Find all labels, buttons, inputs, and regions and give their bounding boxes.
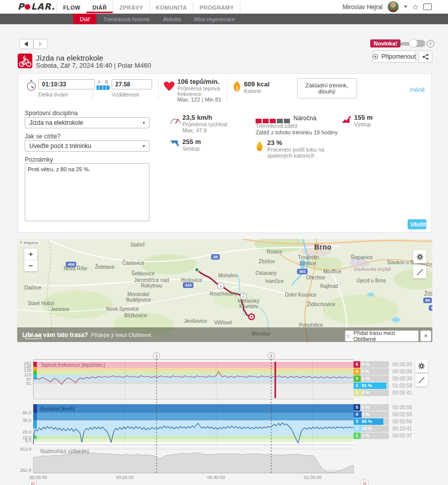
speed-zone-row: 2 15 % 00:10:41 — [354, 425, 412, 432]
subnav-mira-regenerace[interactable]: Míra regenerace — [187, 14, 241, 24]
chart-expand-button[interactable] — [415, 374, 428, 386]
subnav-treninkova-historie[interactable]: Tréninková historie — [96, 14, 157, 24]
sport-select-value: Jízda na elektrokole — [29, 119, 83, 126]
town-label: Rouchovany — [210, 291, 238, 297]
nav-flow[interactable]: FLOW — [57, 1, 86, 13]
descent-icon — [170, 139, 180, 148]
feedback-icon[interactable] — [423, 4, 432, 10]
range-slider-left-handle[interactable] — [29, 479, 37, 485]
feeling-select-value: Uveďte pocit z tréninku — [29, 142, 91, 150]
zone-bar: 4 % — [360, 411, 389, 418]
remind-button[interactable]: Připomenout — [372, 51, 416, 63]
zone-bar: 91 % — [360, 382, 389, 389]
feeling-select[interactable]: Uveďte pocit z tréninku ▾ — [25, 140, 150, 152]
svg-text:1: 1 — [220, 284, 222, 288]
town-label: Moravský Krumlov — [232, 298, 265, 309]
fat-label-2: spálených kaloriích — [267, 153, 315, 159]
prev-day-button[interactable] — [19, 39, 33, 49]
notes-textarea[interactable]: Proti větru, z 80 na 25 %. — [25, 163, 150, 221]
user-name[interactable]: Miroslav Hejral — [342, 4, 382, 11]
ebike-sport-icon — [18, 54, 32, 68]
xtick: 00:20:00 — [116, 475, 133, 480]
top-bar: PLAR. FLOW DIÁŘ ZPRÁVY KOMUNITA PROGRAMY… — [0, 0, 448, 14]
star-icon[interactable]: ☆ — [412, 3, 419, 12]
play-circle-icon — [373, 53, 378, 60]
beta-toggle[interactable] — [410, 40, 425, 47]
map-terrain — [42, 239, 432, 337]
ascent-value: 155 m — [354, 114, 373, 121]
time-axis: 00:00:00 00:20:00 00:40:00 01:00:00 — [29, 475, 322, 480]
training-benefit-box[interactable]: Základní trénink, dlouhý — [297, 78, 357, 99]
chevron-down-icon[interactable] — [404, 6, 408, 8]
town-label: Šlapanice — [351, 255, 373, 260]
town-label: Zbýšov — [259, 259, 275, 264]
altitude-chart: 413.9 252.8 Nadmořská výška [m] — [20, 447, 354, 473]
map-scale: 10 km — [25, 334, 41, 339]
zone-number: 4 — [354, 411, 360, 418]
info-icon[interactable]: i — [427, 40, 434, 47]
town-label: Staré Hobzí — [28, 301, 55, 306]
nav-zpravy[interactable]: ZPRÁVY — [113, 1, 149, 13]
speed-zone-row: 4 4 % 00:02:59 — [354, 411, 412, 418]
fat-burn-icon — [256, 140, 264, 152]
nav-komunita[interactable]: KOMUNITA — [150, 1, 193, 13]
zone-bar: 1 % — [360, 375, 389, 382]
chevron-down-icon: ▾ — [142, 120, 145, 125]
zoom-in-button[interactable]: + — [24, 249, 37, 260]
town-label: Troubsko — [298, 255, 319, 260]
nav-diar[interactable]: DIÁŘ — [86, 1, 113, 13]
zone-number: 2 — [354, 382, 360, 389]
speed-ytick: 20.0 — [22, 429, 31, 434]
novinka-badge: Novinka! — [370, 39, 401, 47]
duration-input[interactable] — [38, 79, 95, 89]
hr-zone-row: 4 0 % 00:00:00 — [354, 368, 412, 375]
stopwatch-icon — [26, 79, 37, 91]
zone-bar: 15 % — [360, 425, 389, 432]
xtick: 01:00:00 — [304, 475, 321, 480]
hr-minmax: Max, 122 | Min 81 — [177, 96, 221, 103]
road-badge: 54 — [429, 305, 432, 311]
town-label: Rajhrad — [320, 283, 338, 289]
user-box: Miroslav Hejral ☆ — [342, 0, 432, 14]
map-settings-button[interactable] — [413, 250, 426, 263]
route-map[interactable]: 1 2 © Mapbox Telč Stařeč Čáslavice Nová … — [17, 239, 432, 342]
road-badge: 406 — [66, 262, 76, 267]
close-icon[interactable]: × — [420, 330, 431, 342]
zone-time: 00:02:59 — [392, 412, 412, 417]
map-lap-marker-1: 1 — [218, 283, 224, 289]
calories-value: 609 kcal — [244, 80, 270, 88]
heart-icon — [164, 81, 175, 91]
ebike-glyph — [18, 54, 32, 68]
speed-ytick: 50.0 — [22, 410, 31, 415]
gear-icon — [416, 253, 424, 261]
town-label-brno: Brno — [314, 243, 332, 251]
share-button[interactable] — [418, 51, 432, 63]
road-badge: 38 — [211, 254, 220, 260]
zone-number: 1 — [354, 390, 360, 396]
polar-logo[interactable]: PLAR. — [18, 2, 55, 12]
distance-input[interactable] — [112, 79, 152, 89]
fat-percent-value: 23 % — [267, 139, 282, 147]
hr-artifact-spike — [275, 362, 276, 398]
zoom-out-button[interactable]: − — [24, 260, 37, 271]
logo-text-p: P — [18, 2, 24, 12]
next-day-button-disabled[interactable] — [33, 39, 47, 49]
map-expand-button[interactable] — [413, 265, 426, 278]
town-label: Jevišovice — [184, 318, 207, 324]
less-link[interactable]: méně — [410, 86, 425, 93]
xtick: 00:00:00 — [29, 475, 47, 480]
town-label: Ivančice — [265, 278, 284, 284]
subnav-aktivita[interactable]: Aktivita — [157, 14, 187, 24]
subnav-diar[interactable]: Diář — [73, 14, 96, 24]
save-button[interactable]: Uložit — [408, 219, 426, 229]
range-slider-right-handle[interactable] — [361, 479, 369, 485]
nav-programy[interactable]: PROGRAMY — [193, 1, 240, 13]
altitude-ymin: 252.8 — [20, 468, 31, 473]
avatar[interactable] — [387, 1, 399, 13]
hr-zone-row: 5 0 % 00:00:00 — [354, 361, 412, 368]
add-favorite-route-button[interactable]: ☆ Přidat trasu mezi Oblíbené — [345, 330, 419, 342]
chart-settings-button[interactable] — [415, 360, 428, 372]
zone-time: 00:10:41 — [392, 426, 412, 431]
zone-number: 4 — [354, 368, 360, 375]
sport-select[interactable]: Jízda na elektrokole ▾ — [25, 117, 150, 128]
